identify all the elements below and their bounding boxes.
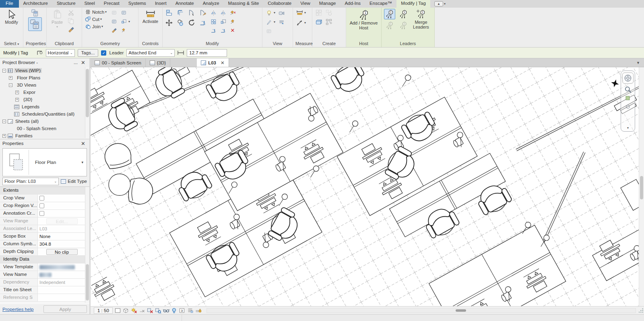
panel-label-modify[interactable]: Modify [163, 41, 262, 47]
panel-label-controls[interactable]: Controls [138, 41, 162, 47]
collapse-icon[interactable]: − [2, 120, 6, 123]
move-icon[interactable] [165, 19, 173, 27]
close-tab-icon[interactable]: ✕ [221, 60, 225, 66]
property-value[interactable]: None [38, 233, 89, 240]
edit-type-button[interactable]: Edit Type [61, 179, 87, 184]
override-graphics-icon[interactable] [277, 18, 285, 26]
paste-button[interactable]: Paste▾ [49, 9, 65, 29]
leader-checkbox[interactable]: ✓ [101, 50, 106, 56]
join-button[interactable]: Join▾ [85, 23, 107, 29]
property-checkbox[interactable] [39, 196, 44, 201]
sun-path-icon[interactable] [130, 307, 137, 314]
menu-tab-steel[interactable]: Steel [80, 0, 99, 8]
create-assembly-icon[interactable] [315, 18, 323, 26]
remove-leader-button[interactable] [384, 21, 395, 30]
property-button[interactable]: No clip [46, 249, 78, 255]
tags-button[interactable]: Tags... [78, 49, 99, 57]
activate-dimensions-button[interactable]: Activate [141, 9, 160, 24]
tree-item-schedules-quantities-all[interactable]: Schedules/Quantities (all) [0, 110, 89, 118]
temporary-hide-isolate-icon[interactable] [163, 307, 169, 314]
mirror-draw-axis-icon[interactable] [219, 9, 227, 17]
rotate-icon[interactable] [188, 19, 196, 27]
apply-button[interactable]: Apply [43, 305, 87, 313]
mirror-pick-axis-icon[interactable] [209, 9, 217, 17]
property-value[interactable] [38, 210, 89, 217]
menu-tab-systems[interactable]: Systems [124, 0, 151, 8]
leader-length-input[interactable] [187, 49, 227, 57]
expand-icon[interactable]: + [15, 98, 19, 101]
hide-elements-icon[interactable] [265, 9, 273, 17]
property-value[interactable]: L03 [38, 225, 89, 232]
zoom-icon[interactable] [624, 86, 632, 93]
temporary-view-properties-icon[interactable] [179, 307, 186, 314]
add-remove-host-button[interactable]: Add / Remove Host [349, 9, 379, 30]
panel-label-properties[interactable]: Properties [23, 41, 46, 47]
expand-icon[interactable]: + [15, 91, 19, 94]
wall-joins-icon[interactable] [120, 18, 128, 25]
panel-label-clipboard[interactable]: Clipboard [47, 41, 82, 47]
delete-icon[interactable]: ✕ [229, 27, 237, 34]
property-value[interactable]: 304.8 [38, 240, 89, 248]
menu-tab-precast[interactable]: Precast [99, 0, 124, 8]
properties-toggle-button[interactable] [28, 17, 42, 31]
collapse-icon[interactable]: − [9, 83, 12, 87]
paint-icon[interactable] [110, 27, 118, 34]
tree-item-3d[interactable]: +{3D} [0, 96, 89, 103]
project-browser-scrollbar[interactable] [85, 67, 89, 138]
project-browser-close-button[interactable]: ✕ [79, 60, 87, 66]
property-value[interactable] [38, 263, 89, 271]
crop-region-icon[interactable] [155, 307, 161, 314]
array-icon[interactable] [209, 18, 217, 25]
split-element-icon[interactable] [188, 9, 196, 17]
cut-button[interactable]: Cut▾ [85, 16, 107, 22]
detail-level-icon[interactable] [122, 307, 129, 314]
tree-item-families[interactable]: +Families [0, 132, 89, 139]
unjoin-icon[interactable] [120, 9, 128, 17]
pan-icon[interactable] [625, 104, 631, 110]
tab-list-dropdown-icon[interactable]: ▼ [632, 58, 644, 67]
resize-grip[interactable] [638, 308, 643, 313]
panel-label-measure[interactable]: Measure [293, 41, 312, 47]
menu-tab-enscape[interactable]: Enscape™ [365, 0, 396, 8]
panel-label-geometry[interactable]: Geometry [82, 41, 138, 47]
tree-item-expor[interactable]: +Expor [0, 89, 89, 96]
menu-tab-add-ins[interactable]: Add-Ins [340, 0, 365, 8]
merge-leaders-label[interactable]: Merge Leaders [411, 20, 431, 29]
property-value[interactable] [38, 202, 89, 209]
remove-end-leader-button[interactable] [398, 21, 409, 30]
trim-extend-corner-icon[interactable] [199, 19, 207, 27]
leader-checkbox-label[interactable]: Leader [109, 50, 124, 55]
view-tab-00-splash-screen[interactable]: 00 - Splash Screen [91, 58, 146, 67]
trim-extend-multiple-icon[interactable] [219, 27, 227, 34]
measure-along-element-icon[interactable] [295, 19, 303, 27]
expand-icon[interactable]: + [9, 76, 12, 80]
pin-icon[interactable] [229, 18, 237, 25]
menu-tab-analyze[interactable]: Analyze [198, 0, 224, 8]
linework-icon[interactable] [265, 18, 273, 26]
property-value[interactable]: No clip [38, 248, 89, 255]
panel-label-select[interactable]: Select ▾ [0, 41, 23, 47]
panel-label-view[interactable]: View [262, 41, 293, 47]
reveal-hidden-elements-icon[interactable] [171, 307, 178, 314]
scale-button[interactable]: 1 : 50 [94, 307, 113, 314]
ribbon-collapse-control[interactable]: ▲ ▾ [434, 0, 446, 8]
view-tab-l03[interactable]: L03✕ [197, 58, 229, 67]
vertical-scrollbar[interactable] [639, 67, 644, 306]
attachment-select[interactable]: Attached End⌄ [126, 49, 175, 57]
tree-item-floor-plans[interactable]: +Floor Plans [0, 74, 89, 81]
copy-to-clipboard-icon[interactable] [67, 17, 75, 25]
menu-tab-structure[interactable]: Structure [52, 0, 80, 8]
panel-label-leaders[interactable]: Leaders [382, 41, 434, 47]
crop-view-icon[interactable] [147, 307, 153, 314]
reveal-constraints-icon[interactable] [195, 307, 202, 314]
worksharing-display-icon[interactable] [187, 307, 194, 314]
add-leader-button[interactable] [384, 9, 395, 19]
type-selector[interactable]: Floor Plan ▾ [2, 148, 87, 176]
drawing-canvas[interactable] [91, 67, 639, 306]
notch-button[interactable]: Notch▾ [85, 9, 107, 15]
property-checkbox[interactable] [39, 211, 44, 216]
menu-tab-annotate[interactable]: Annotate [171, 0, 198, 8]
offset-icon[interactable] [176, 9, 184, 17]
measure-between-refs-icon[interactable] [295, 9, 303, 17]
property-value[interactable] [38, 271, 89, 278]
